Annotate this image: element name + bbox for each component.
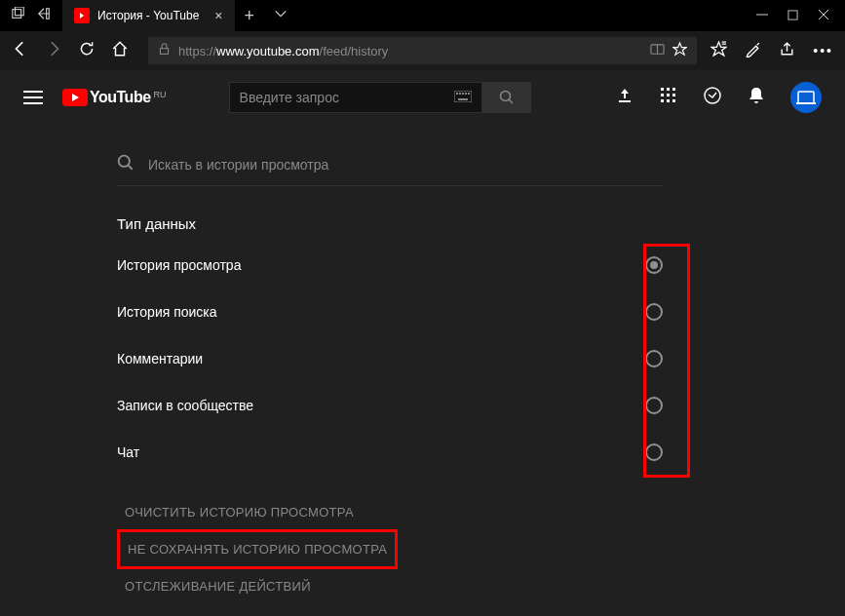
notes-button[interactable] <box>745 41 761 61</box>
new-tab-button[interactable]: + <box>235 6 265 26</box>
radio-watch-history[interactable]: История просмотра <box>117 242 663 289</box>
lock-icon <box>158 42 171 59</box>
svg-point-31 <box>119 156 130 167</box>
svg-rect-11 <box>456 93 458 95</box>
upload-button[interactable] <box>615 86 634 109</box>
youtube-header: YouTube RU Введите запрос <box>0 70 845 125</box>
clear-history-button[interactable]: ОЧИСТИТЬ ИСТОРИЮ ПРОСМОТРА <box>117 495 362 529</box>
svg-rect-15 <box>468 93 470 95</box>
search-icon <box>117 154 134 175</box>
notifications-button[interactable] <box>748 86 765 109</box>
svg-rect-26 <box>667 99 670 102</box>
svg-rect-29 <box>798 92 814 103</box>
tab-close-icon[interactable]: × <box>214 8 222 23</box>
svg-rect-21 <box>672 88 675 91</box>
apps-button[interactable] <box>660 87 677 108</box>
messages-button[interactable] <box>703 86 722 109</box>
youtube-logo-icon <box>62 89 88 106</box>
keyboard-icon[interactable] <box>454 90 472 105</box>
type-section-title: Тип данных <box>117 215 845 232</box>
window-titlebar: История - YouTube × + <box>0 0 845 31</box>
radio-comments[interactable]: Комментарии <box>117 335 663 382</box>
history-type-list: История просмотра История поиска Коммент… <box>117 242 663 476</box>
radio-label: Чат <box>117 444 139 460</box>
svg-rect-30 <box>796 102 816 104</box>
refresh-button[interactable] <box>78 40 96 61</box>
youtube-favicon-icon <box>74 8 90 23</box>
radio-label: История просмотра <box>117 257 241 273</box>
svg-line-18 <box>509 99 513 103</box>
radio-label: История поиска <box>117 304 217 320</box>
svg-rect-19 <box>661 88 664 91</box>
svg-rect-13 <box>462 93 464 95</box>
url-bar: https://www.youtube.com/feed/history ••• <box>0 31 845 70</box>
home-button[interactable] <box>111 40 129 61</box>
activity-controls-button[interactable]: ОТСЛЕЖИВАНИЕ ДЕЙСТВИЙ <box>117 569 319 603</box>
history-search-input[interactable]: Искать в истории просмотра <box>117 154 663 186</box>
youtube-search-button[interactable] <box>482 82 531 113</box>
url-text: https://www.youtube.com/feed/history <box>178 44 642 58</box>
svg-rect-27 <box>672 99 675 102</box>
history-content: Искать в истории просмотра Тип данных Ис… <box>0 125 845 603</box>
set-aside-icon[interactable] <box>37 7 51 24</box>
window-maximize-button[interactable] <box>787 7 798 24</box>
svg-rect-10 <box>454 91 472 102</box>
radio-chat[interactable]: Чат <box>117 429 663 476</box>
tab-chevron-icon[interactable] <box>264 7 297 24</box>
forward-button[interactable] <box>45 40 62 61</box>
hamburger-button[interactable] <box>23 91 43 104</box>
search-placeholder: Введите запрос <box>240 90 339 105</box>
svg-rect-16 <box>458 98 468 100</box>
youtube-search: Введите запрос <box>229 82 531 113</box>
reading-view-icon[interactable] <box>650 42 665 60</box>
svg-rect-12 <box>459 93 461 95</box>
youtube-logo-text: YouTube <box>90 89 151 106</box>
svg-rect-1 <box>16 7 24 16</box>
youtube-region: RU <box>154 90 167 99</box>
back-button[interactable] <box>12 40 29 61</box>
radio-community[interactable]: Записи в сообществе <box>117 382 663 429</box>
tab-overview-icon[interactable] <box>12 7 25 24</box>
tab-title: История - YouTube <box>97 9 199 22</box>
svg-rect-14 <box>465 93 467 95</box>
svg-rect-0 <box>13 10 21 19</box>
svg-point-28 <box>705 88 720 103</box>
radio-search-history[interactable]: История поиска <box>117 289 663 335</box>
share-button[interactable] <box>779 41 795 61</box>
highlight-radios <box>643 244 690 478</box>
pause-history-button[interactable]: НЕ СОХРАНЯТЬ ИСТОРИЮ ПРОСМОТРА <box>117 529 398 569</box>
url-input[interactable]: https://www.youtube.com/feed/history <box>148 37 697 64</box>
svg-rect-24 <box>672 94 675 96</box>
history-search-placeholder: Искать в истории просмотра <box>148 157 328 173</box>
svg-rect-25 <box>661 99 664 102</box>
favorites-button[interactable] <box>711 41 727 61</box>
avatar-button[interactable] <box>790 82 822 113</box>
menu-button[interactable]: ••• <box>813 43 833 58</box>
svg-rect-23 <box>667 94 670 96</box>
svg-rect-5 <box>160 49 168 55</box>
youtube-search-input[interactable]: Введите запрос <box>229 82 482 113</box>
svg-rect-20 <box>667 88 670 91</box>
radio-label: Комментарии <box>117 351 203 366</box>
svg-rect-22 <box>661 94 664 96</box>
youtube-logo[interactable]: YouTube RU <box>62 89 167 106</box>
favorite-icon[interactable] <box>672 42 687 60</box>
window-close-button[interactable] <box>818 7 829 24</box>
svg-line-32 <box>129 166 133 170</box>
radio-label: Записи в сообществе <box>117 398 253 413</box>
svg-rect-4 <box>788 11 797 19</box>
window-minimize-button[interactable] <box>756 7 768 24</box>
browser-tab[interactable]: История - YouTube × <box>62 0 235 31</box>
